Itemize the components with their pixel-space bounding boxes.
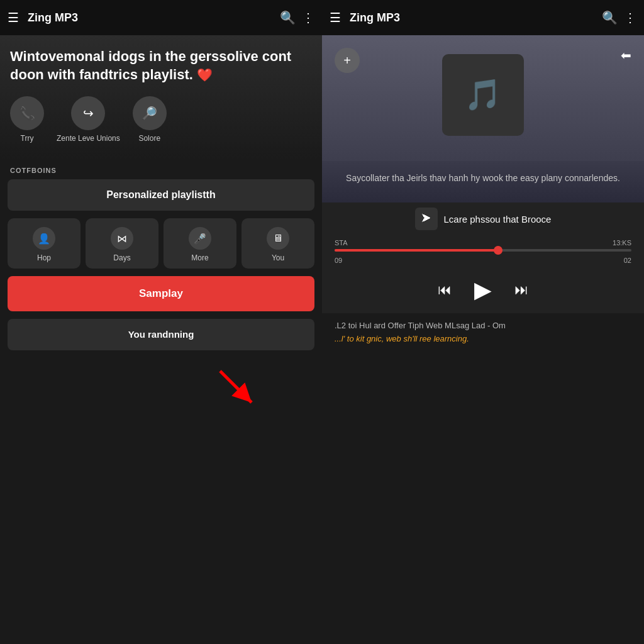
right-panel: ☰ Zing MP3 🔍 ⋮ + 🎵 ⬅ Saycollater tha Jei…: [322, 0, 644, 644]
play-button[interactable]: ▶: [474, 277, 492, 303]
heart-emoji: ❤️: [197, 68, 213, 82]
time-left: 09: [335, 257, 342, 264]
quick-actions: 📞 Trry ↪ Zente Leve Unions 🔎 Solore: [10, 96, 312, 143]
svg-line-0: [220, 371, 252, 402]
trry-label: Trry: [21, 134, 34, 143]
hop-icon: 👤: [33, 227, 55, 250]
right-hamburger-icon[interactable]: ☰: [330, 10, 341, 25]
back-button[interactable]: ⬅: [621, 48, 631, 63]
right-content: + 🎵 ⬅ Saycollater tha Jeirls thav hanh h…: [322, 35, 644, 644]
bottom-lyrics-line2: ...l' to kit gnic, web sh'll ree learnci…: [335, 334, 631, 343]
red-arrow: [214, 365, 264, 418]
playlist-title: Personalized playlistth: [106, 189, 215, 200]
forward-button[interactable]: ⏭: [514, 282, 528, 298]
left-search-icon[interactable]: 🔍: [280, 10, 296, 25]
progress-thumb: [494, 246, 502, 255]
left-more-icon[interactable]: ⋮: [302, 10, 314, 25]
lyrics-text: Saycollater tha Jeirls thav hanh hy wook…: [335, 171, 631, 185]
left-hamburger-icon[interactable]: ☰: [8, 10, 19, 25]
icon-item-days[interactable]: ⋈ Days: [86, 218, 158, 269]
icon-grid: 👤 Hop ⋈ Days 🎤 More 🖥 You: [0, 218, 322, 269]
days-icon: ⋈: [111, 227, 133, 250]
right-top-bar: ☰ Zing MP3 🔍 ⋮: [322, 0, 644, 35]
random-label: You randnning: [128, 329, 194, 340]
icon-item-hop[interactable]: 👤 Hop: [8, 218, 80, 269]
album-cover: 🎵: [442, 54, 524, 136]
time-labels: 09 02: [335, 257, 631, 264]
zente-icon: ↪: [71, 96, 105, 130]
progress-start-label: STA: [335, 239, 348, 247]
quick-action-zente[interactable]: ↪ Zente Leve Unions: [57, 96, 120, 143]
rewind-button[interactable]: ⏮: [438, 282, 452, 298]
quick-action-solore[interactable]: 🔎 Solore: [133, 96, 167, 143]
song-icon: ⮞: [415, 208, 438, 230]
random-button[interactable]: You randnning: [8, 319, 314, 350]
progress-fill: [335, 249, 498, 252]
quick-action-trry[interactable]: 📞 Trry: [10, 96, 44, 143]
add-button[interactable]: +: [335, 48, 360, 73]
right-more-icon[interactable]: ⋮: [624, 10, 636, 25]
album-music-icon: 🎵: [464, 77, 502, 113]
days-label: Days: [113, 253, 130, 262]
progress-end-label: 13:KS: [613, 239, 631, 247]
solore-label: Solore: [138, 134, 160, 143]
time-right: 02: [624, 257, 631, 264]
hero-text: Wintovemonal idogs in the gerssolive con…: [10, 48, 312, 84]
left-panel: ☰ Zing MP3 🔍 ⋮ Wintovemonal idogs in the…: [0, 0, 322, 644]
lyrics-area: Saycollater tha Jeirls thav hanh hy wook…: [322, 161, 644, 203]
song-icon-label: ⮞: [421, 213, 431, 225]
solore-icon: 🔎: [133, 96, 167, 130]
player-controls: ⏮ ▶ ⏭: [322, 269, 644, 313]
bottom-lyrics-line1: .L2 toi Hul ard Offer Tiph Web MLsag Lad…: [335, 321, 631, 330]
samplay-label: Samplay: [139, 287, 183, 299]
progress-bar[interactable]: [335, 249, 631, 252]
album-area: + 🎵 ⬅: [322, 35, 644, 161]
progress-labels: STA 13:KS: [335, 239, 631, 247]
playlist-banner[interactable]: Personalized playlistth: [8, 179, 314, 211]
icon-item-you[interactable]: 🖥 You: [242, 218, 314, 269]
right-app-title: Zing MP3: [350, 11, 596, 25]
left-app-title: Zing MP3: [28, 11, 274, 25]
right-search-icon[interactable]: 🔍: [602, 10, 618, 25]
section-label: COTFBOINS: [0, 159, 322, 179]
song-title: Lcare phssou that Brooce: [444, 214, 552, 225]
icon-item-more[interactable]: 🎤 More: [164, 218, 236, 269]
left-top-bar: ☰ Zing MP3 🔍 ⋮: [0, 0, 322, 35]
bottom-lyrics: .L2 toi Hul ard Offer Tiph Web MLsag Lad…: [322, 313, 644, 644]
more-label: More: [191, 253, 208, 262]
you-icon: 🖥: [267, 227, 289, 250]
song-info: ⮞ Lcare phssou that Brooce: [322, 203, 644, 235]
zente-label: Zente Leve Unions: [57, 134, 120, 143]
progress-section: STA 13:KS 09 02: [322, 235, 644, 269]
you-label: You: [272, 253, 284, 262]
hop-label: Hop: [37, 253, 51, 262]
left-hero: Wintovemonal idogs in the gerssolive con…: [0, 35, 322, 159]
samplay-button[interactable]: Samplay: [8, 276, 314, 311]
trry-icon: 📞: [10, 96, 44, 130]
more-icon: 🎤: [189, 227, 211, 250]
